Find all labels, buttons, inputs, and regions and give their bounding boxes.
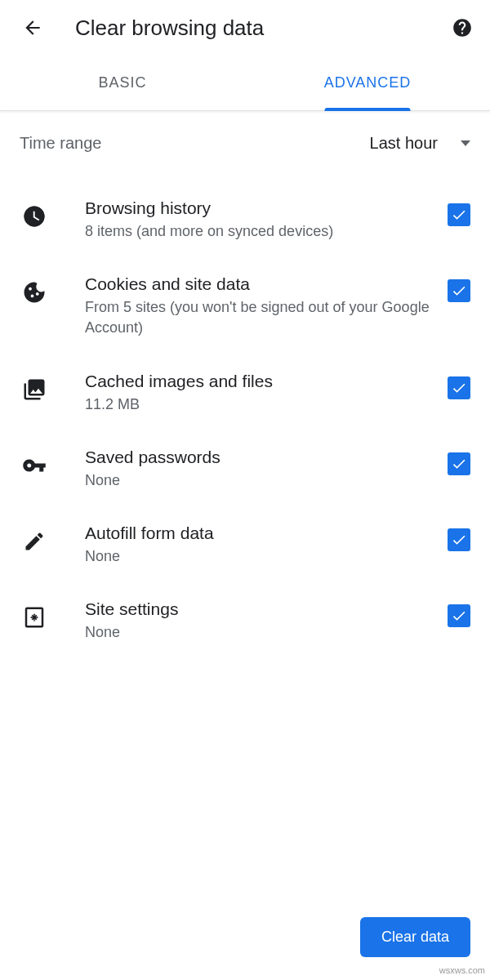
item-subtitle: None: [85, 470, 434, 491]
checkmark-icon: [451, 456, 467, 472]
checkmark-icon: [451, 532, 467, 548]
item-subtitle: From 5 sites (you won't be signed out of…: [85, 297, 434, 338]
history-icon: [20, 202, 49, 231]
item-title: Saved passwords: [85, 448, 434, 467]
list-text: Site settings None: [85, 599, 434, 643]
cookie-icon: [20, 278, 49, 307]
page-title: Clear browsing data: [75, 16, 451, 41]
clear-data-button[interactable]: Clear data: [360, 917, 470, 957]
chevron-down-icon: [461, 140, 470, 146]
tab-advanced[interactable]: ADVANCED: [245, 56, 490, 110]
item-subtitle: None: [85, 622, 434, 643]
item-subtitle: None: [85, 546, 434, 567]
list-item-cookies[interactable]: Cookies and site data From 5 sites (you …: [0, 258, 490, 354]
options-list: Browsing history 8 items (and more on sy…: [0, 172, 490, 669]
settings-page-icon: [20, 603, 49, 632]
list-text: Cookies and site data From 5 sites (you …: [85, 274, 434, 338]
time-range-value: Last hour: [370, 134, 438, 153]
help-button[interactable]: [451, 16, 474, 39]
arrow-back-icon: [22, 17, 43, 38]
checkmark-icon: [451, 380, 467, 396]
time-range-row: Time range Last hour: [0, 111, 490, 172]
time-range-dropdown[interactable]: Last hour: [370, 134, 470, 153]
item-title: Browsing history: [85, 198, 434, 218]
tab-basic[interactable]: BASIC: [0, 56, 245, 110]
footer: Clear data: [360, 917, 470, 957]
list-item-cached-images[interactable]: Cached images and files 11.2 MB: [0, 355, 490, 431]
item-title: Cached images and files: [85, 372, 434, 391]
checkbox-browsing-history[interactable]: [448, 203, 470, 226]
list-item-autofill[interactable]: Autofill form data None: [0, 507, 490, 583]
list-text: Saved passwords None: [85, 448, 434, 491]
list-item-site-settings[interactable]: Site settings None: [0, 583, 490, 659]
checkbox-autofill[interactable]: [448, 528, 470, 551]
item-title: Cookies and site data: [85, 274, 434, 294]
item-subtitle: 11.2 MB: [85, 394, 434, 415]
key-icon: [20, 451, 49, 480]
help-icon: [452, 17, 473, 38]
item-title: Site settings: [85, 599, 434, 619]
list-item-saved-passwords[interactable]: Saved passwords None: [0, 431, 490, 507]
checkbox-cached-images[interactable]: [448, 376, 470, 399]
list-item-browsing-history[interactable]: Browsing history 8 items (and more on sy…: [0, 182, 490, 258]
header: Clear browsing data: [0, 0, 490, 56]
item-subtitle: 8 items (and more on synced devices): [85, 221, 434, 242]
watermark: wsxws.com: [439, 965, 485, 975]
checkbox-site-settings[interactable]: [448, 604, 470, 627]
list-text: Browsing history 8 items (and more on sy…: [85, 198, 434, 242]
list-text: Autofill form data None: [85, 523, 434, 567]
checkmark-icon: [451, 283, 467, 299]
checkbox-saved-passwords[interactable]: [448, 452, 470, 475]
checkmark-icon: [451, 207, 467, 223]
item-title: Autofill form data: [85, 523, 434, 543]
checkmark-icon: [451, 608, 467, 624]
edit-icon: [20, 527, 49, 556]
back-button[interactable]: [20, 15, 46, 41]
tabs: BASIC ADVANCED: [0, 56, 490, 111]
time-range-label: Time range: [20, 134, 370, 153]
list-text: Cached images and files 11.2 MB: [85, 372, 434, 415]
images-icon: [20, 375, 49, 404]
checkbox-cookies[interactable]: [448, 279, 470, 302]
